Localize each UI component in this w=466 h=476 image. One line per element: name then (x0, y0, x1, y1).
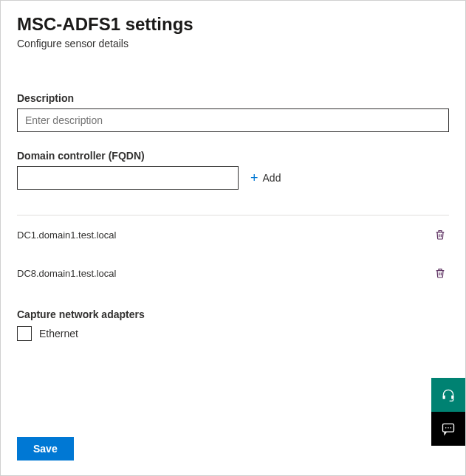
svg-point-4 (448, 427, 449, 429)
delete-button[interactable] (431, 264, 449, 282)
settings-panel: MSC-ADFS1 settings Configure sensor deta… (0, 0, 466, 476)
page-title: MSC-ADFS1 settings (17, 14, 449, 35)
svg-rect-0 (443, 396, 445, 399)
trash-icon (434, 229, 446, 241)
plus-icon: + (250, 171, 258, 184)
help-button[interactable] (431, 378, 465, 412)
adapter-checkbox[interactable] (17, 326, 32, 341)
fqdn-label: Domain controller (FQDN) (17, 150, 449, 162)
svg-point-3 (445, 427, 447, 429)
floating-actions (431, 378, 465, 446)
add-button[interactable]: + Add (246, 168, 285, 187)
description-field: Description (17, 92, 449, 132)
adapters-label: Capture network adapters (17, 308, 449, 320)
headset-icon (441, 387, 456, 402)
description-label: Description (17, 92, 449, 104)
fqdn-field: Domain controller (FQDN) + Add (17, 150, 449, 190)
adapter-row: Ethernet (17, 326, 449, 341)
domain-controller-name: DC8.domain1.test.local (17, 268, 116, 279)
adapters-list: Ethernet (17, 326, 449, 341)
delete-button[interactable] (431, 226, 449, 244)
svg-rect-1 (451, 396, 453, 399)
chat-icon (441, 421, 456, 436)
domain-controller-row: DC1.domain1.test.local (17, 215, 449, 254)
svg-point-5 (450, 427, 452, 429)
add-button-label: Add (263, 172, 281, 184)
domain-controller-row: DC8.domain1.test.local (17, 254, 449, 292)
page-subtitle: Configure sensor details (17, 38, 449, 49)
adapter-label: Ethernet (39, 328, 78, 339)
domain-controller-name: DC1.domain1.test.local (17, 230, 116, 241)
save-button[interactable]: Save (17, 437, 74, 461)
domain-controller-list: DC1.domain1.test.localDC8.domain1.test.l… (17, 215, 449, 292)
description-input[interactable] (17, 108, 449, 132)
fqdn-input[interactable] (17, 166, 239, 190)
trash-icon (434, 267, 446, 279)
feedback-button[interactable] (431, 412, 465, 446)
